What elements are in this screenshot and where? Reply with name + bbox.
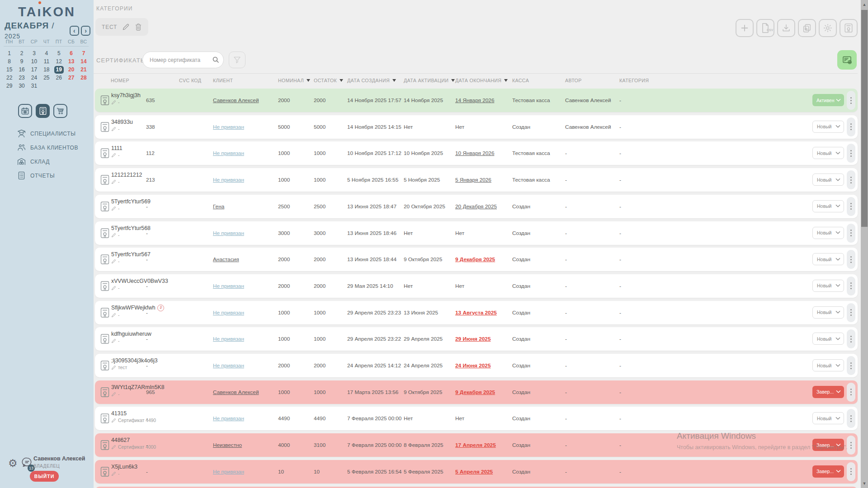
- calendar-day[interactable]: 31: [29, 82, 39, 90]
- expiry-link[interactable]: 5 Апреля 2025: [455, 469, 493, 475]
- scroll-up-arrow[interactable]: ▲: [861, 1, 868, 8]
- client-link[interactable]: Не привязан: [213, 150, 244, 156]
- expiry-link[interactable]: Нет: [455, 415, 464, 422]
- status-dropdown[interactable]: Новый: [812, 306, 844, 319]
- client-link[interactable]: Неизвестно: [213, 442, 242, 448]
- pencil-icon[interactable]: [111, 179, 116, 184]
- table-row[interactable]: 3WYt1qZ7ARmIn5K8₽ - 965 Савенков Алексей…: [95, 380, 858, 404]
- column-header[interactable]: ДАТА АКТИВАЦИИ: [404, 78, 455, 83]
- calendar-day[interactable]: 16: [17, 66, 27, 74]
- pencil-icon[interactable]: [111, 127, 116, 131]
- table-row[interactable]: kdfhguiuwheruw₽ - - Не привязан 1000 100…: [95, 327, 858, 351]
- calendar-day[interactable]: 25: [42, 74, 51, 82]
- table-row[interactable]: 1212121212₽ - 213 Не привязан 1000 1000 …: [95, 168, 858, 192]
- table-row[interactable]: xVVWUeccGV0BwV33₽ - - Не привязан 2000 2…: [95, 274, 858, 298]
- edit-category-button[interactable]: [122, 23, 130, 31]
- row-menu-button[interactable]: [847, 144, 855, 163]
- certificates-view-button[interactable]: [840, 19, 858, 37]
- calendar-day[interactable]: 20: [66, 66, 76, 74]
- status-dropdown[interactable]: Новый: [812, 412, 844, 424]
- table-row[interactable]: ₽: [95, 487, 858, 488]
- row-menu-button[interactable]: [847, 250, 855, 269]
- scroll-down-arrow[interactable]: ▼: [861, 480, 868, 487]
- settings-button[interactable]: [819, 19, 837, 37]
- calendar-day[interactable]: 6: [66, 50, 76, 57]
- delete-category-button[interactable]: [135, 23, 142, 31]
- calendar-day[interactable]: 28: [79, 74, 89, 82]
- calendar-day[interactable]: 13: [66, 58, 76, 66]
- expiry-link[interactable]: 14 Января 2026: [455, 97, 494, 103]
- table-row[interactable]: ;lj3095304j3k4o6j3₽ тест - Не привязан 2…: [95, 354, 858, 377]
- pencil-icon[interactable]: [111, 153, 116, 158]
- export-csv-button[interactable]: CSV: [756, 19, 774, 37]
- calendar-day[interactable]: 2: [17, 50, 27, 57]
- calendar-day[interactable]: 8: [5, 58, 14, 66]
- expiry-link[interactable]: Нет: [455, 283, 464, 289]
- pencil-icon[interactable]: [111, 259, 116, 264]
- expiry-link[interactable]: 10 Января 2026: [455, 150, 494, 156]
- vertical-scrollbar[interactable]: ▲ ▼: [861, 0, 868, 488]
- table-row[interactable]: 1111₽ - 112 Не привязан 1000 1000 10 Ноя…: [95, 141, 858, 165]
- pencil-icon[interactable]: [111, 392, 116, 397]
- pencil-icon[interactable]: [111, 206, 116, 211]
- sort-arrow-icon[interactable]: [451, 79, 455, 82]
- calendar-next-button[interactable]: ›: [81, 26, 90, 36]
- calendar-day[interactable]: 17: [29, 66, 39, 74]
- client-link[interactable]: Не привязан: [213, 415, 244, 422]
- column-header[interactable]: ДАТА СОЗДАНИЯ: [347, 78, 396, 83]
- table-row[interactable]: 41315₽ Сертификат 4490 - Не привязан 449…: [95, 407, 858, 430]
- row-menu-button[interactable]: [847, 303, 855, 322]
- add-certificate-button[interactable]: [837, 50, 857, 70]
- client-link[interactable]: Не привязан: [213, 230, 244, 236]
- tab-shop[interactable]: [53, 104, 67, 118]
- expiry-link[interactable]: 17 Апреля 2025: [455, 442, 496, 448]
- row-menu-button[interactable]: [847, 356, 855, 375]
- status-dropdown[interactable]: Завер...: [812, 439, 844, 451]
- settings-gear-icon[interactable]: ⚙: [8, 457, 18, 469]
- row-menu-button[interactable]: [847, 224, 855, 243]
- certificate-search-input[interactable]: [142, 52, 224, 68]
- pencil-icon[interactable]: [111, 233, 116, 238]
- tab-certificates[interactable]: [36, 104, 50, 118]
- client-link[interactable]: Не привязан: [213, 124, 244, 130]
- calendar-day[interactable]: 29: [5, 82, 14, 90]
- sort-arrow-icon[interactable]: [504, 79, 508, 82]
- table-row[interactable]: 448627₽ Сертификат 4000 - Неизвестно 400…: [95, 433, 858, 457]
- duplicate-button[interactable]: [798, 19, 816, 37]
- calendar-day[interactable]: 23: [17, 74, 27, 82]
- calendar-day[interactable]: 22: [5, 74, 14, 82]
- calendar-day[interactable]: 5: [54, 50, 64, 57]
- filter-button[interactable]: [229, 52, 245, 68]
- expiry-link[interactable]: Нет: [455, 230, 464, 236]
- pencil-icon[interactable]: [111, 313, 116, 318]
- pencil-icon[interactable]: [111, 338, 116, 343]
- expiry-link[interactable]: 20 Декабря 2025: [455, 203, 497, 210]
- pencil-icon[interactable]: [111, 471, 116, 476]
- table-row[interactable]: 348933u₽ - 338 Не привязан 5000 5000 14 …: [95, 115, 858, 139]
- status-dropdown[interactable]: Новый: [812, 147, 844, 159]
- table-row[interactable]: 5TyertfcYtur568₽ - - Не привязан 3000 30…: [95, 221, 858, 245]
- status-dropdown[interactable]: Активен: [812, 94, 844, 106]
- scrollbar-thumb[interactable]: [861, 10, 868, 227]
- pencil-icon[interactable]: [111, 445, 116, 450]
- status-dropdown[interactable]: Новый: [812, 121, 844, 133]
- expiry-link[interactable]: 5 Января 2026: [455, 177, 491, 183]
- calendar-day[interactable]: 26: [54, 74, 64, 82]
- table-row[interactable]: SfljkwWFWejkfwh₽ - - Не привязан 1000 10…: [95, 301, 858, 324]
- status-dropdown[interactable]: Новый: [812, 200, 844, 212]
- row-menu-button[interactable]: [847, 409, 855, 428]
- row-menu-button[interactable]: [847, 383, 855, 402]
- status-dropdown[interactable]: Новый: [812, 227, 844, 239]
- row-menu-button[interactable]: [847, 117, 855, 136]
- calendar-day[interactable]: 3: [29, 50, 39, 57]
- expiry-link[interactable]: Нет: [455, 124, 464, 130]
- column-header[interactable]: НОМИНАЛ: [278, 78, 310, 83]
- status-dropdown[interactable]: Новый: [812, 333, 844, 345]
- client-link[interactable]: Не привязан: [213, 310, 244, 316]
- row-menu-button[interactable]: [847, 91, 855, 110]
- pencil-icon[interactable]: [111, 365, 116, 370]
- calendar-day[interactable]: 24: [29, 74, 39, 82]
- client-link[interactable]: Не привязан: [213, 283, 244, 289]
- status-dropdown[interactable]: Новый: [812, 280, 844, 292]
- row-menu-button[interactable]: [847, 277, 855, 296]
